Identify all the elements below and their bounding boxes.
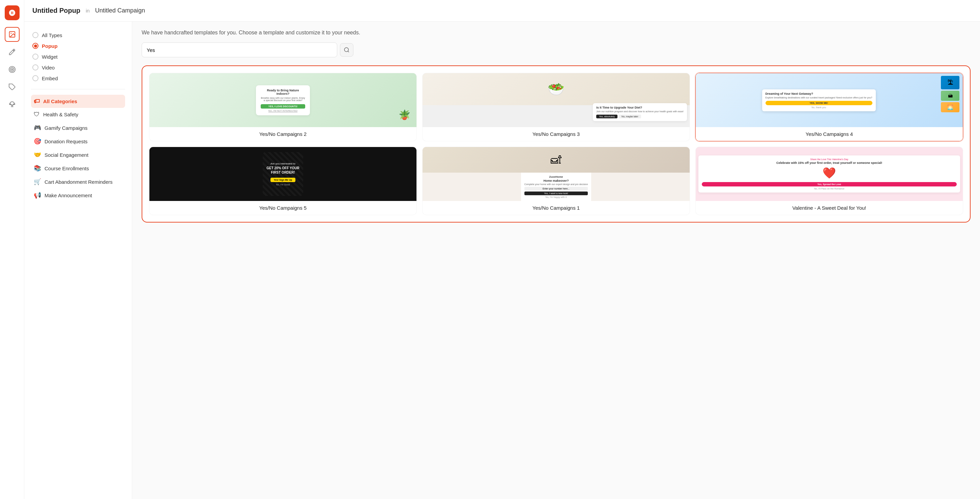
cat-all-icon: 🏷 — [34, 98, 40, 105]
thumb-20off-bg: Are you interested toGET 20% OFF YOURFIR… — [150, 147, 417, 201]
icon-sidebar — [0, 0, 24, 499]
cat-cart[interactable]: 🛒 Cart Abandonment Reminders — [31, 175, 125, 189]
thumb-home-bg: 🛋 ZuxeHome Home makeover? Complete your … — [423, 147, 690, 201]
val-title: Celebrate with 15% off your first order,… — [702, 161, 957, 165]
svg-line-9 — [348, 51, 349, 52]
svg-point-3 — [10, 68, 14, 72]
home-yes: Yes, I want a new look! — [524, 192, 588, 195]
thumb-valentine-bg: Share the Love This Valentine's Day Cele… — [696, 147, 963, 201]
cat-all-categories[interactable]: 🏷 All Categories — [31, 95, 125, 108]
card-name-yesno4: Yes/No Campaigns 4 — [696, 127, 963, 141]
diet-title: Is It Time to Upgrade Your Diet? — [596, 106, 684, 109]
template-card-yesno5[interactable]: Are you interested toGET 20% OFF YOURFIR… — [149, 147, 417, 215]
cat-gamify[interactable]: 🎮 Gamify Campaigns — [31, 121, 125, 135]
svg-point-4 — [11, 69, 13, 70]
thumb-yesno2: Ready to Bring Nature Indoors? Breathe e… — [150, 73, 417, 127]
cat-social[interactable]: 🤝 Social Engagement — [31, 148, 125, 162]
thumb-diet-bg: 🥗 Is It Time to Upgrade Your Diet? Join … — [423, 73, 690, 127]
template-description: We have handcrafted templates for you. C… — [142, 30, 970, 36]
home-input: Enter your number here... — [524, 187, 588, 191]
card-name-yesno2: Yes/No Campaigns 2 — [150, 127, 417, 141]
thumb-travel-bg: 🏝 🏔 🌅 Dreaming of Your Next Getaway? Exp… — [696, 73, 963, 127]
home-title: Home makeover? — [524, 179, 588, 183]
cat-course[interactable]: 📚 Course Enrollments — [31, 162, 125, 175]
cat-donation[interactable]: 🎯 Donation Requests — [31, 135, 125, 148]
travel-no: No, thank you — [765, 106, 872, 108]
template-card-valentine[interactable]: Share the Love This Valentine's Day Cele… — [695, 147, 963, 215]
filter-embed[interactable]: Embed — [31, 73, 125, 84]
diet-desc: Join our nutrition program and discover … — [596, 110, 684, 113]
page-title: Untitled Popup — [32, 7, 80, 14]
cat-announce[interactable]: 📢 Make Announcement — [31, 189, 125, 202]
filter-widget[interactable]: Widget — [31, 51, 125, 62]
radio-video — [32, 64, 38, 70]
trophy-icon-btn[interactable] — [5, 97, 19, 112]
val-heart: ❤️ — [702, 167, 957, 180]
filter-panel: All Types Popup Widget Video Embed 🏷 — [24, 22, 132, 499]
template-card-yesno3[interactable]: 🥗 Is It Time to Upgrade Your Diet? Join … — [422, 73, 690, 141]
template-grid: Ready to Bring Nature Indoors? Breathe e… — [149, 73, 963, 215]
radio-widget — [32, 54, 38, 60]
val-yes: Yes, Spread the Love — [702, 182, 957, 186]
diet-yes: Yes, absolutely — [596, 114, 617, 118]
template-card-yesno4[interactable]: 🏝 🏔 🌅 Dreaming of Your Next Getaway? Exp… — [695, 73, 963, 141]
home-no: No, I'm happy with it — [524, 196, 588, 198]
home-desc: Complete your home with our expert desig… — [524, 183, 588, 186]
thumb-yesno3: 🥗 Is It Time to Upgrade Your Diet? Join … — [423, 73, 690, 127]
thumb-yesno4: 🏝 🏔 🌅 Dreaming of Your Next Getaway? Exp… — [696, 73, 963, 127]
target-icon-btn[interactable] — [5, 62, 19, 77]
brush-icon-btn[interactable] — [5, 44, 19, 59]
food-emoji: 🥗 — [548, 81, 565, 97]
plant-emoji: 🪴 — [399, 109, 410, 120]
travel-img1: 🏝 — [941, 76, 959, 89]
cat-cart-icon: 🛒 — [34, 178, 41, 186]
divider — [31, 89, 125, 89]
valentine-card: Share the Love This Valentine's Day Cele… — [698, 156, 960, 192]
card-name-valentine: Valentine - A Sweet Deal for You! — [696, 201, 963, 215]
val-eyebrow: Share the Love This Valentine's Day — [702, 158, 957, 161]
card-name-yesno3: Yes/No Campaigns 3 — [423, 127, 690, 141]
home-room: 🛋 — [551, 154, 562, 166]
template-card-yesno1[interactable]: 🛋 ZuxeHome Home makeover? Complete your … — [422, 147, 690, 215]
logo-button[interactable] — [5, 5, 19, 20]
food-img: 🥗 — [423, 73, 690, 105]
content-area: All Types Popup Widget Video Embed 🏷 — [24, 22, 980, 499]
image-icon-btn[interactable] — [5, 27, 19, 42]
thumb-plant-bg: Ready to Bring Nature Indoors? Breathe e… — [150, 73, 417, 127]
filter-popup[interactable]: Popup — [31, 40, 125, 51]
svg-point-8 — [344, 48, 348, 52]
travel-desc: Explore breathtaking destinations with o… — [765, 97, 872, 99]
thumb-valentine: Share the Love This Valentine's Day Cele… — [696, 147, 963, 201]
cat-gamify-icon: 🎮 — [34, 124, 41, 132]
val-no: No, I'll Pass on the Romance — [702, 188, 957, 190]
radio-embed — [32, 75, 38, 81]
thumb-yesno1: 🛋 ZuxeHome Home makeover? Complete your … — [423, 147, 690, 201]
plant-card-inner: Ready to Bring Nature Indoors? Breathe e… — [256, 85, 310, 115]
travel-title: Dreaming of Your Next Getaway? — [765, 92, 872, 95]
home-card: ZuxeHome Home makeover? Complete your ho… — [521, 173, 592, 201]
main-wrap: Untitled Popup in Untitled Campaign All … — [24, 0, 980, 499]
cat-health-safety[interactable]: 🛡 Health & Safety — [31, 108, 125, 121]
cat-course-icon: 📚 — [34, 165, 41, 172]
search-input[interactable] — [142, 43, 337, 57]
diet-btns: Yes, absolutely No, maybe later — [596, 114, 684, 118]
template-grid-outer: Ready to Bring Nature Indoors? Breathe e… — [142, 65, 970, 222]
svg-point-1 — [10, 33, 11, 34]
20off-no: No, I'm Good — [276, 183, 290, 186]
card-name-yesno5: Yes/No Campaigns 5 — [150, 201, 417, 215]
card-name-yesno1: Yes/No Campaigns 1 — [423, 201, 690, 215]
campaign-name: Untitled Campaign — [95, 7, 145, 14]
plant-no-btn: NO, I'M NOT INTERESTED — [261, 110, 305, 112]
filter-video[interactable]: Video — [31, 62, 125, 73]
20off-yes: Yes! Sign Me Up — [270, 178, 296, 182]
cat-donation-icon: 🎯 — [34, 138, 41, 145]
template-card-yesno2[interactable]: Ready to Bring Nature Indoors? Breathe e… — [149, 73, 417, 141]
plant-yes-btn: YES, I LOVE DISCOUNTS! — [261, 104, 305, 108]
travel-images: 🏝 🏔 🌅 — [941, 76, 959, 112]
heart-emoji: ❤️ — [822, 167, 836, 179]
puzzle-icon-btn[interactable] — [5, 79, 19, 94]
search-button[interactable] — [340, 43, 353, 57]
cat-announce-icon: 📢 — [34, 192, 41, 199]
filter-all-types[interactable]: All Types — [31, 30, 125, 40]
radio-all-types — [32, 32, 38, 38]
